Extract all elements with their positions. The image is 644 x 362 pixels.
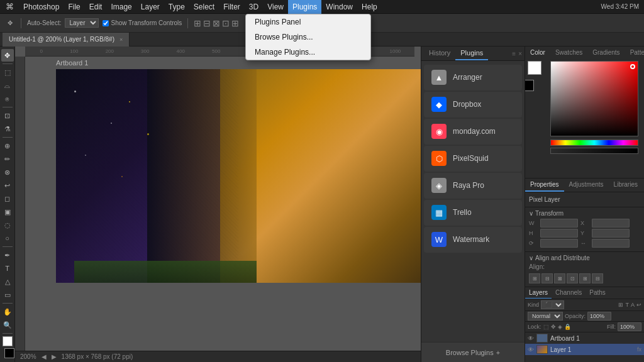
panel-collapse-icon[interactable]: × <box>518 50 522 57</box>
path-tool[interactable]: △ <box>1 275 14 288</box>
background-color-swatch[interactable] <box>4 348 14 358</box>
artboard-layer-row[interactable]: 👁 Artboard 1 <box>525 332 644 344</box>
width-input[interactable] <box>540 219 578 228</box>
menu-filter[interactable]: Filter <box>219 0 245 14</box>
menu-type[interactable]: Type <box>164 0 189 14</box>
blend-mode-select[interactable]: Normal <box>528 312 563 321</box>
menu-window[interactable]: Window <box>321 0 357 14</box>
history-brush-tool[interactable]: ↩ <box>1 179 14 192</box>
y-input[interactable] <box>592 229 630 238</box>
adjustments-tab[interactable]: Adjustments <box>564 178 609 192</box>
zoom-tool[interactable]: 🔍 <box>1 319 14 331</box>
lock-pixels-btn[interactable]: ⬚ <box>543 324 549 330</box>
paths-tab[interactable]: Paths <box>586 287 609 299</box>
move-tool[interactable]: ✥ <box>1 49 14 62</box>
x-input[interactable] <box>592 219 630 228</box>
plugin-item-monday.com[interactable]: ◉monday.com <box>424 119 522 145</box>
plugin-item-pixelsquid[interactable]: ⬡PixelSquid <box>424 146 522 172</box>
height-input[interactable] <box>540 229 578 238</box>
menu-edit[interactable]: Edit <box>85 0 107 14</box>
dropdown-item-manage-plugins[interactable]: Manage Plugins... <box>246 45 370 60</box>
layer-visibility-icon[interactable]: 👁 <box>528 335 534 342</box>
crop-tool[interactable]: ⊡ <box>1 109 14 122</box>
channels-tab[interactable]: Channels <box>552 287 586 299</box>
lock-move-btn[interactable]: ✥ <box>551 324 556 330</box>
transform-controls-checkbox[interactable] <box>103 20 109 26</box>
transform-controls-label[interactable]: Show Transform Controls <box>103 19 182 26</box>
menu-select[interactable]: Select <box>189 0 219 14</box>
plugins-tab[interactable]: Plugins <box>455 47 488 60</box>
layer-fx-icon[interactable]: A <box>631 302 635 308</box>
plugin-item-dropbox[interactable]: ◆Dropbox <box>424 92 522 118</box>
patterns-tab[interactable]: Patterns <box>625 47 644 58</box>
plugin-item-raya-pro[interactable]: ◈Raya Pro <box>424 173 522 199</box>
nav-arrow-left[interactable]: ◀ <box>42 353 47 360</box>
background-swatch[interactable] <box>525 80 534 91</box>
apple-menu[interactable]: ⌘ <box>0 2 19 11</box>
canvas-document[interactable] <box>56 69 421 283</box>
history-tab[interactable]: History <box>424 47 455 60</box>
swatches-tab[interactable]: Swatches <box>550 47 587 58</box>
layer-color-icon[interactable]: ↩ <box>636 302 641 308</box>
align-top-edges-btn[interactable]: ⊡ <box>567 273 578 283</box>
lock-all-btn[interactable]: 🔒 <box>564 324 571 330</box>
layer-1-visibility-icon[interactable]: 👁 <box>528 346 534 353</box>
foreground-swatch[interactable] <box>528 61 541 75</box>
rotation-input[interactable] <box>540 239 578 248</box>
magic-wand-tool[interactable]: ⍟ <box>1 92 14 105</box>
lasso-tool[interactable]: ⌓ <box>1 79 14 92</box>
align-top-btn[interactable]: ⊡ <box>222 18 230 28</box>
kind-filter-select[interactable]: ⬛ <box>541 300 564 309</box>
tab-close-btn[interactable]: × <box>119 33 123 47</box>
stamp-tool[interactable]: ⊗ <box>1 166 14 178</box>
transform-collapse-icon[interactable]: ∨ <box>529 210 533 217</box>
dodge-tool[interactable]: ○ <box>1 232 14 244</box>
menu-photoshop[interactable]: Photoshop <box>19 0 64 14</box>
dropdown-item-browse-plugins[interactable]: Browse Plugins... <box>246 30 370 45</box>
eraser-tool[interactable]: ◻ <box>1 192 14 205</box>
menu-help[interactable]: Help <box>357 0 382 14</box>
align-v-center-btn[interactable]: ⊞ <box>579 273 591 283</box>
dropdown-item-plugins-panel[interactable]: Plugins Panel <box>246 14 370 30</box>
align-h-center-btn[interactable]: ⊟ <box>541 273 553 283</box>
color-tab[interactable]: Color <box>525 47 550 58</box>
layer-filter-icon[interactable]: ⊞ <box>618 302 623 308</box>
opacity-input[interactable]: 100% <box>587 312 611 321</box>
align-right-edges-btn[interactable]: ⊠ <box>554 273 565 283</box>
flip-input[interactable] <box>592 239 630 248</box>
hand-tool[interactable]: ✋ <box>1 305 14 318</box>
opacity-spectrum[interactable] <box>550 148 638 154</box>
layers-tab[interactable]: Layers <box>525 287 552 299</box>
menu-layer[interactable]: Layer <box>136 0 164 14</box>
marquee-tool[interactable]: ⬚ <box>1 66 14 79</box>
layer-lock-icon[interactable]: T <box>625 302 629 308</box>
browse-plugins-bar[interactable]: Browse Plugins + <box>421 342 525 362</box>
brush-tool[interactable]: ✏ <box>1 153 14 165</box>
align-center-btn[interactable]: ⊟ <box>203 18 211 28</box>
fill-input[interactable]: 100% <box>618 322 641 331</box>
align-left-btn[interactable]: ⊞ <box>194 18 201 28</box>
plugin-item-watermark[interactable]: WWatermark <box>424 227 522 253</box>
lock-artboard-btn[interactable]: ◈ <box>558 324 562 330</box>
plugin-item-arranger[interactable]: ▲Arranger <box>424 65 522 90</box>
menu-plugins[interactable]: Plugins <box>288 0 321 14</box>
auto-select-dropdown[interactable]: Layer Group <box>65 18 99 28</box>
menu-image[interactable]: Image <box>106 0 136 14</box>
menu-3d[interactable]: 3D <box>245 0 263 14</box>
align-bottom-edges-btn[interactable]: ⊟ <box>592 273 603 283</box>
hue-spectrum[interactable] <box>550 140 638 146</box>
type-tool[interactable]: T <box>1 262 14 275</box>
eyedropper-tool[interactable]: ⚗ <box>1 123 14 135</box>
gradient-tool[interactable]: ▣ <box>1 206 14 218</box>
panel-menu-icon[interactable]: ≡ <box>512 50 516 57</box>
pen-tool[interactable]: ✒ <box>1 249 14 261</box>
menu-view[interactable]: View <box>263 0 288 14</box>
align-collapse-icon[interactable]: ∨ <box>529 255 533 261</box>
document-tab[interactable]: Untitled-1 @ 200% (Layer 1, RGB/8#) × <box>3 33 130 47</box>
libraries-tab[interactable]: Libraries <box>609 178 643 192</box>
blur-tool[interactable]: ◌ <box>1 219 14 231</box>
distribute-btn[interactable]: ⊞ <box>231 18 239 28</box>
properties-tab[interactable]: Properties <box>525 178 564 192</box>
layer-1-row[interactable]: 👁 Layer 1 fx <box>525 344 644 355</box>
healing-tool[interactable]: ⊕ <box>1 140 14 152</box>
